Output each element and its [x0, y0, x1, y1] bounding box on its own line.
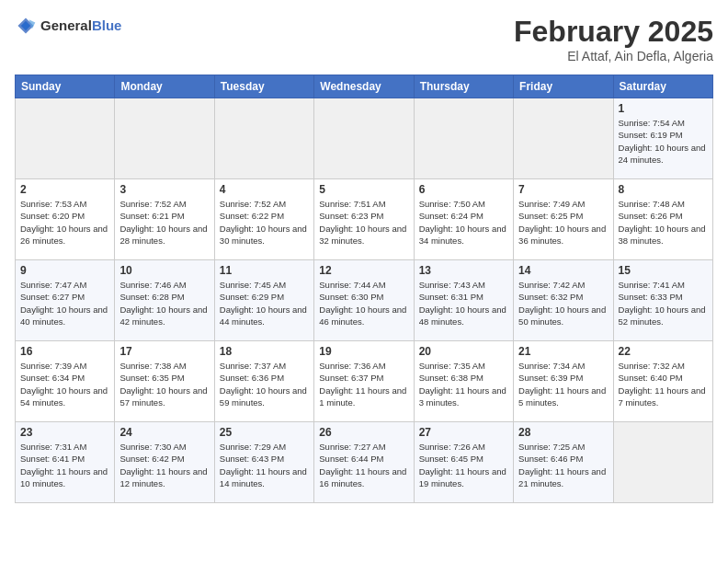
- day-info: Sunrise: 7:50 AM Sunset: 6:24 PM Dayligh…: [419, 198, 508, 247]
- day-number: 5: [319, 183, 408, 196]
- day-info: Sunrise: 7:43 AM Sunset: 6:31 PM Dayligh…: [419, 279, 508, 327]
- day-number: 28: [518, 426, 608, 439]
- weekday-header-tuesday: Tuesday: [214, 75, 313, 98]
- calendar-week-row: 16Sunrise: 7:39 AM Sunset: 6:34 PM Dayli…: [16, 341, 713, 422]
- calendar-cell: 24Sunrise: 7:30 AM Sunset: 6:42 PM Dayli…: [115, 422, 214, 503]
- page-header: GeneralBlue February 2025 El Attaf, Ain …: [15, 15, 713, 63]
- logo-icon: [15, 15, 37, 37]
- day-info: Sunrise: 7:47 AM Sunset: 6:27 PM Dayligh…: [20, 279, 109, 327]
- calendar-cell: 7Sunrise: 7:49 AM Sunset: 6:25 PM Daylig…: [514, 179, 613, 260]
- day-number: 24: [119, 426, 209, 439]
- day-number: 13: [419, 264, 508, 277]
- calendar-cell: [414, 98, 513, 179]
- day-info: Sunrise: 7:52 AM Sunset: 6:22 PM Dayligh…: [220, 198, 309, 247]
- calendar-cell: 9Sunrise: 7:47 AM Sunset: 6:27 PM Daylig…: [16, 260, 115, 341]
- calendar-cell: 1Sunrise: 7:54 AM Sunset: 6:19 PM Daylig…: [613, 98, 712, 179]
- calendar-cell: 12Sunrise: 7:44 AM Sunset: 6:30 PM Dayli…: [314, 260, 414, 341]
- day-number: 10: [119, 264, 209, 277]
- day-info: Sunrise: 7:34 AM Sunset: 6:39 PM Dayligh…: [518, 360, 608, 408]
- calendar-subtitle: El Attaf, Ain Defla, Algeria: [514, 49, 713, 63]
- calendar-table: SundayMondayTuesdayWednesdayThursdayFrid…: [15, 75, 713, 503]
- day-number: 25: [220, 426, 309, 439]
- day-info: Sunrise: 7:26 AM Sunset: 6:45 PM Dayligh…: [419, 441, 508, 489]
- day-number: 9: [20, 264, 109, 277]
- calendar-cell: 16Sunrise: 7:39 AM Sunset: 6:34 PM Dayli…: [16, 341, 115, 422]
- calendar-cell: [613, 422, 712, 503]
- calendar-cell: [115, 98, 214, 179]
- day-info: Sunrise: 7:49 AM Sunset: 6:25 PM Dayligh…: [518, 198, 608, 247]
- calendar-week-row: 1Sunrise: 7:54 AM Sunset: 6:19 PM Daylig…: [16, 98, 713, 179]
- calendar-week-row: 9Sunrise: 7:47 AM Sunset: 6:27 PM Daylig…: [16, 260, 713, 341]
- calendar-cell: 6Sunrise: 7:50 AM Sunset: 6:24 PM Daylig…: [414, 179, 513, 260]
- day-info: Sunrise: 7:27 AM Sunset: 6:44 PM Dayligh…: [319, 441, 408, 489]
- calendar-cell: 14Sunrise: 7:42 AM Sunset: 6:32 PM Dayli…: [514, 260, 613, 341]
- day-number: 8: [619, 183, 708, 196]
- calendar-cell: [16, 98, 115, 179]
- day-info: Sunrise: 7:54 AM Sunset: 6:19 PM Dayligh…: [619, 117, 708, 166]
- logo-general-text: General: [40, 17, 92, 33]
- day-info: Sunrise: 7:39 AM Sunset: 6:34 PM Dayligh…: [20, 360, 109, 408]
- calendar-cell: 5Sunrise: 7:51 AM Sunset: 6:23 PM Daylig…: [314, 179, 414, 260]
- day-number: 1: [619, 102, 708, 115]
- day-info: Sunrise: 7:32 AM Sunset: 6:40 PM Dayligh…: [619, 360, 708, 408]
- calendar-cell: 28Sunrise: 7:25 AM Sunset: 6:46 PM Dayli…: [514, 422, 613, 503]
- calendar-cell: 3Sunrise: 7:52 AM Sunset: 6:21 PM Daylig…: [115, 179, 214, 260]
- day-info: Sunrise: 7:37 AM Sunset: 6:36 PM Dayligh…: [220, 360, 309, 408]
- day-info: Sunrise: 7:42 AM Sunset: 6:32 PM Dayligh…: [518, 279, 608, 327]
- calendar-title: February 2025: [514, 15, 713, 49]
- weekday-header-wednesday: Wednesday: [314, 75, 414, 98]
- day-number: 19: [319, 345, 408, 358]
- day-number: 18: [220, 345, 309, 358]
- calendar-cell: 22Sunrise: 7:32 AM Sunset: 6:40 PM Dayli…: [613, 341, 712, 422]
- calendar-cell: 23Sunrise: 7:31 AM Sunset: 6:41 PM Dayli…: [16, 422, 115, 503]
- day-info: Sunrise: 7:38 AM Sunset: 6:35 PM Dayligh…: [119, 360, 209, 408]
- day-number: 20: [419, 345, 508, 358]
- day-info: Sunrise: 7:31 AM Sunset: 6:41 PM Dayligh…: [20, 441, 109, 489]
- calendar-cell: 8Sunrise: 7:48 AM Sunset: 6:26 PM Daylig…: [613, 179, 712, 260]
- logo-blue-text: Blue: [92, 17, 122, 33]
- day-number: 16: [20, 345, 109, 358]
- day-info: Sunrise: 7:52 AM Sunset: 6:21 PM Dayligh…: [119, 198, 209, 247]
- day-info: Sunrise: 7:35 AM Sunset: 6:38 PM Dayligh…: [419, 360, 508, 408]
- day-number: 14: [518, 264, 608, 277]
- weekday-header-thursday: Thursday: [414, 75, 513, 98]
- day-info: Sunrise: 7:45 AM Sunset: 6:29 PM Dayligh…: [220, 279, 309, 327]
- calendar-cell: 18Sunrise: 7:37 AM Sunset: 6:36 PM Dayli…: [214, 341, 313, 422]
- calendar-cell: 21Sunrise: 7:34 AM Sunset: 6:39 PM Dayli…: [514, 341, 613, 422]
- calendar-week-row: 23Sunrise: 7:31 AM Sunset: 6:41 PM Dayli…: [16, 422, 713, 503]
- day-info: Sunrise: 7:30 AM Sunset: 6:42 PM Dayligh…: [119, 441, 209, 489]
- day-number: 6: [419, 183, 508, 196]
- calendar-week-row: 2Sunrise: 7:53 AM Sunset: 6:20 PM Daylig…: [16, 179, 713, 260]
- day-number: 4: [220, 183, 309, 196]
- day-info: Sunrise: 7:51 AM Sunset: 6:23 PM Dayligh…: [319, 198, 408, 247]
- logo-text: GeneralBlue: [40, 17, 121, 34]
- day-info: Sunrise: 7:36 AM Sunset: 6:37 PM Dayligh…: [319, 360, 408, 408]
- day-number: 12: [319, 264, 408, 277]
- calendar-cell: 11Sunrise: 7:45 AM Sunset: 6:29 PM Dayli…: [214, 260, 313, 341]
- calendar-cell: 17Sunrise: 7:38 AM Sunset: 6:35 PM Dayli…: [115, 341, 214, 422]
- calendar-cell: 26Sunrise: 7:27 AM Sunset: 6:44 PM Dayli…: [314, 422, 414, 503]
- day-number: 2: [20, 183, 109, 196]
- calendar-cell: [314, 98, 414, 179]
- day-number: 23: [20, 426, 109, 439]
- day-info: Sunrise: 7:25 AM Sunset: 6:46 PM Dayligh…: [518, 441, 608, 489]
- weekday-header-monday: Monday: [115, 75, 214, 98]
- title-block: February 2025 El Attaf, Ain Defla, Alger…: [514, 15, 713, 63]
- calendar-cell: 27Sunrise: 7:26 AM Sunset: 6:45 PM Dayli…: [414, 422, 513, 503]
- calendar-cell: 10Sunrise: 7:46 AM Sunset: 6:28 PM Dayli…: [115, 260, 214, 341]
- day-number: 15: [619, 264, 708, 277]
- calendar-cell: 4Sunrise: 7:52 AM Sunset: 6:22 PM Daylig…: [214, 179, 313, 260]
- calendar-cell: [514, 98, 613, 179]
- day-number: 11: [220, 264, 309, 277]
- day-number: 27: [419, 426, 508, 439]
- day-number: 3: [119, 183, 209, 196]
- calendar-cell: 20Sunrise: 7:35 AM Sunset: 6:38 PM Dayli…: [414, 341, 513, 422]
- calendar-cell: 25Sunrise: 7:29 AM Sunset: 6:43 PM Dayli…: [214, 422, 313, 503]
- day-number: 22: [619, 345, 708, 358]
- weekday-header-saturday: Saturday: [613, 75, 712, 98]
- day-info: Sunrise: 7:29 AM Sunset: 6:43 PM Dayligh…: [220, 441, 309, 489]
- logo: GeneralBlue: [15, 15, 121, 37]
- calendar-cell: 15Sunrise: 7:41 AM Sunset: 6:33 PM Dayli…: [613, 260, 712, 341]
- day-info: Sunrise: 7:48 AM Sunset: 6:26 PM Dayligh…: [619, 198, 708, 247]
- weekday-header-sunday: Sunday: [16, 75, 115, 98]
